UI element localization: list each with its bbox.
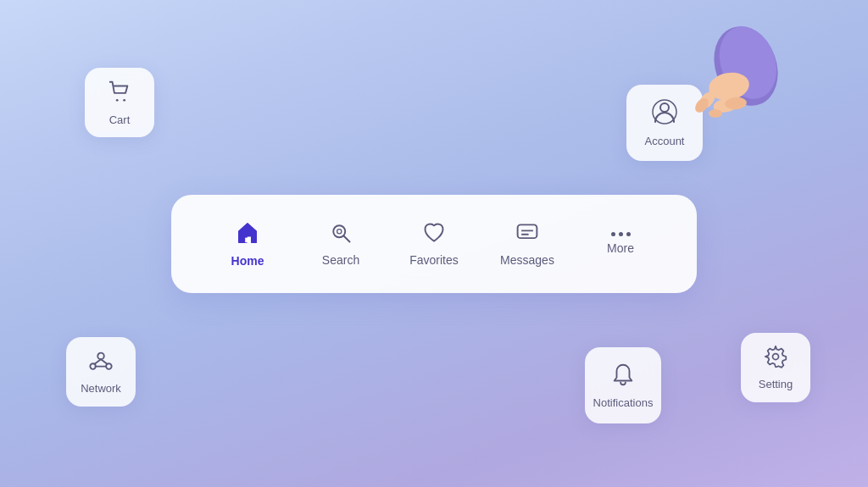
network-label: Network bbox=[81, 382, 121, 395]
nav-messages-label: Messages bbox=[500, 253, 554, 267]
svg-point-12 bbox=[97, 353, 104, 360]
svg-point-11 bbox=[709, 109, 722, 118]
svg-point-5 bbox=[709, 25, 783, 107]
svg-line-15 bbox=[95, 359, 102, 364]
svg-point-10 bbox=[725, 97, 748, 111]
svg-point-18 bbox=[773, 354, 779, 360]
heart-icon bbox=[422, 221, 446, 248]
svg-line-16 bbox=[101, 359, 108, 364]
cart-icon bbox=[107, 79, 132, 108]
svg-line-21 bbox=[344, 235, 350, 241]
svg-point-4 bbox=[704, 25, 783, 114]
gear-icon bbox=[764, 345, 787, 373]
search-icon bbox=[329, 221, 353, 248]
setting-card[interactable]: Setting bbox=[741, 333, 810, 402]
notifications-card[interactable]: Notifications bbox=[585, 347, 661, 423]
setting-label: Setting bbox=[759, 378, 793, 390]
notifications-label: Notifications bbox=[593, 396, 654, 409]
account-icon bbox=[651, 98, 678, 130]
cart-card[interactable]: Cart bbox=[85, 68, 154, 137]
message-icon bbox=[515, 221, 539, 248]
svg-point-2 bbox=[660, 103, 669, 112]
svg-point-9 bbox=[712, 97, 738, 114]
nav-more-label: More bbox=[607, 241, 634, 255]
cart-label: Cart bbox=[109, 113, 131, 126]
nav-item-home[interactable]: Home bbox=[205, 212, 290, 276]
svg-point-6 bbox=[707, 69, 752, 103]
nav-item-favorites[interactable]: Favorites bbox=[392, 213, 476, 275]
bell-icon bbox=[610, 362, 636, 391]
nav-favorites-label: Favorites bbox=[409, 253, 459, 267]
nav-item-search[interactable]: Search bbox=[298, 213, 383, 275]
account-label: Account bbox=[645, 135, 685, 147]
nav-item-more[interactable]: More bbox=[578, 224, 663, 263]
nav-item-messages[interactable]: Messages bbox=[485, 213, 570, 275]
svg-point-1 bbox=[123, 99, 125, 102]
svg-point-22 bbox=[337, 229, 342, 233]
account-card[interactable]: Account bbox=[626, 85, 703, 161]
network-icon bbox=[88, 349, 114, 377]
svg-point-0 bbox=[116, 99, 119, 102]
more-icon bbox=[611, 232, 631, 236]
nav-bar: Home Search Favorites Messages bbox=[171, 195, 697, 293]
network-card[interactable]: Network bbox=[66, 337, 136, 407]
nav-search-label: Search bbox=[322, 253, 359, 267]
svg-rect-19 bbox=[245, 237, 250, 242]
nav-home-label: Home bbox=[231, 254, 264, 268]
home-icon bbox=[235, 220, 260, 249]
